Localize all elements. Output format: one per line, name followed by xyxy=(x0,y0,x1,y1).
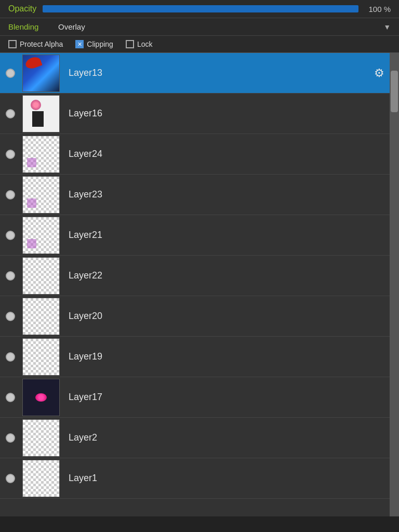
visibility-dot-layer1 xyxy=(6,474,15,483)
visibility-dot-layer2 xyxy=(6,433,15,443)
visibility-toggle-layer21[interactable] xyxy=(0,231,21,240)
opacity-value: 100 % xyxy=(365,5,391,14)
visibility-toggle-layer1[interactable] xyxy=(0,474,21,483)
visibility-toggle-layer16[interactable] xyxy=(0,109,21,118)
scrollbar-thumb[interactable] xyxy=(391,71,398,112)
visibility-dot-layer23 xyxy=(6,190,15,200)
layer-thumbnail-layer21 xyxy=(22,217,60,254)
layer-name-layer23: Layer23 xyxy=(61,189,390,200)
layer-thumbnail-layer16 xyxy=(22,95,60,132)
protect-alpha-label: Protect Alpha xyxy=(20,40,63,48)
layer-row-layer16[interactable]: Layer16 xyxy=(0,94,390,134)
layer-thumbnail-layer19 xyxy=(22,338,60,376)
visibility-toggle-layer20[interactable] xyxy=(0,312,21,321)
layer-row-layer21[interactable]: Layer21 xyxy=(0,215,390,256)
layer-thumbnail-layer1 xyxy=(22,460,60,497)
layer-thumbnail-layer20 xyxy=(22,298,60,335)
visibility-dot-layer19 xyxy=(6,352,15,362)
clipping-label: Clipping xyxy=(87,40,113,48)
visibility-toggle-layer22[interactable] xyxy=(0,271,21,281)
layer-row-layer19[interactable]: Layer19 xyxy=(0,337,390,377)
protect-alpha-box[interactable] xyxy=(8,40,17,48)
layer-name-layer22: Layer22 xyxy=(61,270,390,281)
blending-dropdown-arrow[interactable]: ▼ xyxy=(383,23,391,31)
layer-thumbnail-layer13 xyxy=(22,55,60,92)
protect-alpha-checkbox[interactable]: Protect Alpha xyxy=(8,40,63,48)
layer-row-layer23[interactable]: Layer23 xyxy=(0,175,390,215)
layer-name-layer13: Layer13 xyxy=(61,68,369,78)
layer-row-layer1[interactable]: Layer1 xyxy=(0,458,390,499)
layer-name-layer17: Layer17 xyxy=(61,392,390,403)
blending-row: Blending Overlay ▼ xyxy=(0,18,399,36)
layer-thumbnail-layer22 xyxy=(22,257,60,295)
layer-thumbnail-layer17 xyxy=(22,379,60,416)
visibility-dot-layer22 xyxy=(6,271,15,281)
opacity-slider[interactable] xyxy=(43,5,358,12)
blending-label: Blending xyxy=(8,22,50,31)
layer-name-layer19: Layer19 xyxy=(61,351,390,362)
layer-name-layer2: Layer2 xyxy=(61,432,390,443)
layer-name-layer16: Layer16 xyxy=(61,108,390,119)
lock-box[interactable] xyxy=(126,40,134,48)
visibility-toggle-layer23[interactable] xyxy=(0,190,21,200)
layer-row-layer22[interactable]: Layer22 xyxy=(0,256,390,296)
opacity-label: Opacity xyxy=(8,4,36,14)
layer-name-layer1: Layer1 xyxy=(61,473,390,484)
blending-value: Overlay xyxy=(58,22,375,31)
scrollbar-track[interactable] xyxy=(390,53,399,516)
visibility-dot-layer17 xyxy=(6,393,15,402)
visibility-toggle-layer13[interactable] xyxy=(0,69,21,78)
layer-row-layer24[interactable]: Layer24 xyxy=(0,134,390,175)
lock-checkbox[interactable]: Lock xyxy=(126,40,153,48)
layer-row-layer17[interactable]: Layer17 xyxy=(0,377,390,418)
layer-thumbnail-layer23 xyxy=(22,176,60,214)
clipping-box[interactable]: ✕ xyxy=(75,40,84,48)
layers-list: Layer13⚙Layer16Layer24Layer23Layer21Laye… xyxy=(0,53,390,516)
visibility-dot-layer13 xyxy=(6,69,15,78)
layer-thumbnail-layer2 xyxy=(22,419,60,457)
layer-row-layer13[interactable]: Layer13⚙ xyxy=(0,53,390,94)
visibility-dot-layer20 xyxy=(6,312,15,321)
layer-name-layer24: Layer24 xyxy=(61,149,390,159)
layers-panel: Layer13⚙Layer16Layer24Layer23Layer21Laye… xyxy=(0,53,399,516)
visibility-dot-layer21 xyxy=(6,231,15,240)
layer-row-layer20[interactable]: Layer20 xyxy=(0,296,390,337)
opacity-bar: Opacity 100 % xyxy=(0,0,399,18)
gear-icon-layer13: ⚙ xyxy=(374,66,384,80)
layer-settings-layer13[interactable]: ⚙ xyxy=(369,66,390,80)
visibility-toggle-layer24[interactable] xyxy=(0,150,21,159)
clipping-checkbox[interactable]: ✕ Clipping xyxy=(75,40,113,48)
layer-thumbnail-layer24 xyxy=(22,136,60,173)
checkboxes-row: Protect Alpha ✕ Clipping Lock xyxy=(0,36,399,53)
visibility-toggle-layer19[interactable] xyxy=(0,352,21,362)
layer-name-layer21: Layer21 xyxy=(61,230,390,241)
bottom-area xyxy=(0,516,399,532)
lock-label: Lock xyxy=(137,40,153,48)
layer-name-layer20: Layer20 xyxy=(61,311,390,322)
visibility-toggle-layer17[interactable] xyxy=(0,393,21,402)
visibility-toggle-layer2[interactable] xyxy=(0,433,21,443)
layer-row-layer2[interactable]: Layer2 xyxy=(0,418,390,458)
visibility-dot-layer24 xyxy=(6,150,15,159)
visibility-dot-layer16 xyxy=(6,109,15,118)
